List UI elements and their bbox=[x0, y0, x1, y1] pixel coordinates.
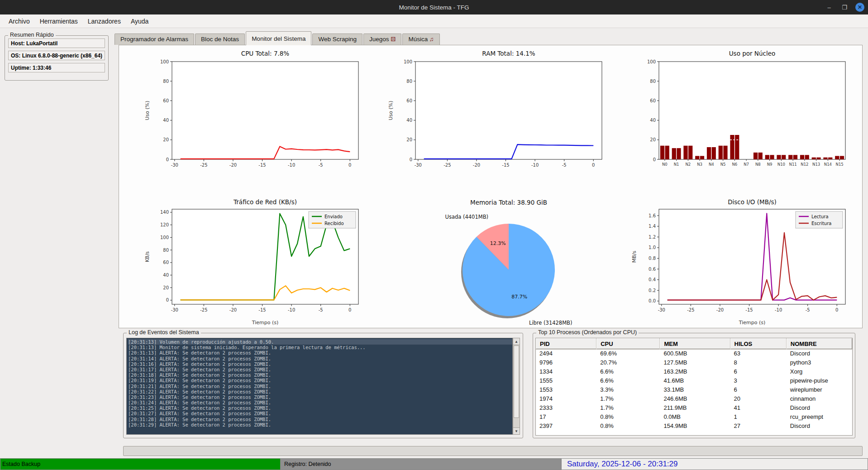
process-row[interactable]: 13346.6%163.2MB6Xorg bbox=[536, 367, 852, 376]
svg-text:60: 60 bbox=[163, 260, 169, 265]
tab-programador-de-alarmas[interactable]: Programador de Alarmas bbox=[114, 34, 194, 45]
column-header-cpu[interactable]: CPU bbox=[596, 338, 660, 349]
svg-text:-5: -5 bbox=[319, 307, 323, 312]
process-cell: cinnamon bbox=[787, 394, 852, 403]
svg-text:N4: N4 bbox=[709, 162, 714, 167]
process-cell: 6 bbox=[730, 385, 787, 394]
tab-juegos[interactable]: Juegos ⚄ bbox=[363, 34, 401, 45]
svg-text:Memoria Total: 38.90 GiB: Memoria Total: 38.90 GiB bbox=[470, 199, 547, 206]
process-cell: 1974 bbox=[536, 394, 596, 403]
memory-pie-chart: Memoria Total: 38.90 GiB12.3%Usada (4401… bbox=[384, 197, 629, 328]
process-row[interactable]: 19741.7%246.6MB20cinnamon bbox=[536, 394, 852, 403]
svg-text:60: 60 bbox=[163, 98, 169, 103]
svg-text:-25: -25 bbox=[444, 163, 451, 168]
tab-bloc-de-notas[interactable]: Bloc de Notas bbox=[195, 34, 245, 45]
svg-text:12.3%: 12.3% bbox=[490, 240, 506, 246]
process-row[interactable]: 23331.7%211.9MB41Discord bbox=[536, 403, 852, 412]
svg-text:40: 40 bbox=[163, 118, 169, 123]
menubar: ArchivoHerramientasLanzadoresAyuda bbox=[0, 14, 868, 28]
column-header-nombre[interactable]: NOMBRE bbox=[787, 338, 852, 349]
svg-text:N7: N7 bbox=[744, 162, 749, 167]
disk-io-chart: 0.00.20.40.60.81.01.21.41.6Disco I/O (MB… bbox=[627, 197, 868, 328]
log-line: [20:31:25] ALERTA: Se detectaron 2 proce… bbox=[128, 405, 512, 411]
svg-text:-20: -20 bbox=[716, 307, 724, 312]
event-log-console[interactable]: [20:31:13] Volumen de reproducción ajust… bbox=[126, 338, 513, 435]
process-row[interactable]: 979620.7%127.5MB8python3 bbox=[536, 358, 852, 367]
ram-total-chart: 020406080100RAM Total: 14.1%Uso (%)-30-2… bbox=[384, 48, 629, 179]
svg-text:140: 140 bbox=[160, 210, 169, 215]
column-header-mem[interactable]: MEM bbox=[660, 338, 730, 349]
process-row[interactable]: 170.8%0.0MB1rcu_preempt bbox=[536, 412, 852, 422]
svg-text:0: 0 bbox=[835, 307, 838, 312]
process-cell: Discord bbox=[787, 349, 852, 358]
process-row[interactable]: 249469.6%600.5MB63Discord bbox=[536, 349, 852, 358]
column-header-hilos[interactable]: HILOS bbox=[730, 338, 787, 349]
svg-text:N11: N11 bbox=[789, 162, 797, 167]
log-line: [20:31:24] ALERTA: Se detectaron 2 proce… bbox=[128, 400, 512, 405]
svg-text:0.0: 0.0 bbox=[649, 298, 656, 303]
statusbar: Estado Backup Registro: Detenido Saturda… bbox=[0, 458, 868, 470]
process-cell: 3 bbox=[730, 376, 787, 385]
process-cell: 246.6MB bbox=[660, 394, 730, 403]
menu-herramientas[interactable]: Herramientas bbox=[35, 15, 83, 27]
menu-lanzadores[interactable]: Lanzadores bbox=[83, 15, 126, 27]
process-cell: 127.5MB bbox=[660, 358, 730, 367]
process-row[interactable]: 15533.3%33.1MB6wireplumber bbox=[536, 385, 852, 394]
column-header-pid[interactable]: PID bbox=[536, 338, 596, 349]
svg-text:-10: -10 bbox=[531, 163, 539, 168]
process-cell: 33.1MB bbox=[660, 385, 730, 394]
log-line: [20:31:22] ALERTA: Se detectaron 2 proce… bbox=[128, 389, 512, 394]
process-cell: 41.6MB bbox=[660, 376, 730, 385]
per-core-usage-chart: 020406080100Uso por NúcleoN0N1N2N3N4N5N6… bbox=[627, 48, 868, 179]
close-icon[interactable]: ✕ bbox=[855, 3, 864, 12]
svg-text:-10: -10 bbox=[775, 307, 782, 312]
menu-ayuda[interactable]: Ayuda bbox=[126, 15, 153, 27]
svg-text:Uso (%): Uso (%) bbox=[388, 101, 394, 120]
music-note-icon: ♫ bbox=[428, 36, 434, 43]
svg-text:N3: N3 bbox=[697, 162, 702, 167]
process-cell: 1553 bbox=[536, 385, 596, 394]
log-line: [20:31:27] ALERTA: Se detectaron 2 proce… bbox=[128, 411, 512, 416]
process-cell: 1.7% bbox=[596, 403, 660, 412]
process-cell: Discord bbox=[787, 422, 852, 431]
process-cell: rcu_preempt bbox=[787, 412, 852, 422]
svg-text:0: 0 bbox=[166, 157, 169, 162]
recording-status-label: Registro: Detenido bbox=[281, 458, 561, 470]
menu-archivo[interactable]: Archivo bbox=[4, 15, 35, 27]
svg-text:-30: -30 bbox=[415, 163, 422, 168]
svg-text:80: 80 bbox=[650, 79, 656, 84]
network-traffic-chart: 020406080100120140Tráfico de Red (KB/s)K… bbox=[140, 197, 386, 328]
log-line: [20:31:21] ALERTA: Se detectaron 2 proce… bbox=[128, 384, 512, 389]
scroll-down-icon[interactable]: ▼ bbox=[513, 427, 520, 434]
tab-web-scraping[interactable]: Web Scraping bbox=[312, 34, 362, 45]
host-label: Host: LukaPortatil bbox=[8, 38, 105, 48]
scrollbar-thumb[interactable] bbox=[514, 345, 519, 418]
svg-text:100: 100 bbox=[160, 235, 169, 240]
process-table: PIDCPUMEMHILOSNOMBRE249469.6%600.5MB63Di… bbox=[535, 338, 853, 436]
svg-text:100: 100 bbox=[647, 59, 656, 64]
maximize-icon[interactable]: ❐ bbox=[840, 3, 849, 12]
tab-monitor-del-sistema[interactable]: Monitor del Sistema bbox=[246, 31, 311, 45]
process-cell: python3 bbox=[787, 358, 852, 367]
process-cell: 0.0MB bbox=[660, 412, 730, 422]
process-cell: 69.6% bbox=[596, 349, 660, 358]
svg-text:-15: -15 bbox=[502, 163, 509, 168]
tab-música[interactable]: Música ♫ bbox=[402, 34, 439, 45]
process-cell: 2333 bbox=[536, 403, 596, 412]
quick-summary-panel: Resumen Rápido Host: LukaPortatil OS: Li… bbox=[5, 35, 109, 81]
process-table-group: Top 10 Procesos (Ordenados por CPU) PIDC… bbox=[533, 333, 855, 438]
process-cell: 6.6% bbox=[596, 376, 660, 385]
process-row[interactable]: 15556.6%41.6MB3pipewire-pulse bbox=[536, 376, 852, 385]
svg-text:1.4: 1.4 bbox=[649, 224, 656, 229]
minimize-icon[interactable]: – bbox=[825, 3, 834, 12]
process-row[interactable]: 23970.8%154.9MB27Discord bbox=[536, 422, 852, 431]
svg-text:-25: -25 bbox=[200, 307, 207, 312]
process-cell: 1 bbox=[730, 412, 787, 422]
svg-text:N15: N15 bbox=[836, 162, 844, 167]
log-scrollbar[interactable]: ▲ ▼ bbox=[513, 338, 520, 435]
scroll-up-icon[interactable]: ▲ bbox=[513, 338, 520, 345]
process-cell: 2397 bbox=[536, 422, 596, 431]
progress-bar bbox=[123, 446, 863, 456]
svg-text:Disco I/O (MB/s): Disco I/O (MB/s) bbox=[728, 198, 777, 206]
process-cell: 0.8% bbox=[596, 422, 660, 431]
